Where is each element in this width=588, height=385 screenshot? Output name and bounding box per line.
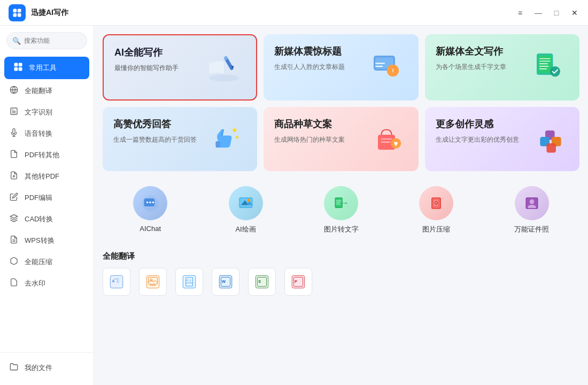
maximize-button[interactable]: □ <box>552 8 561 18</box>
sidebar: 🔍 常用工具 全能翻译 文字识别 语音转换 <box>0 26 94 385</box>
search-box[interactable]: 🔍 <box>6 32 87 49</box>
card-text-new-media-full: 新媒体全文写作 为各个场景生成千字文章 <box>436 45 526 72</box>
sidebar-label-my-files: 我的文件 <box>25 363 52 373</box>
sidebar-label-ocr: 文字识别 <box>25 107 52 117</box>
svg-rect-0 <box>13 9 17 12</box>
translate-box-word: W <box>212 268 239 296</box>
card-ai-writing[interactable]: AI全能写作 最懂你的智能写作助手 <box>103 34 257 101</box>
my-files-icon <box>9 363 19 373</box>
sidebar-label-watermark: 去水印 <box>25 279 45 288</box>
icon-tool-aichat[interactable]: AIChat <box>103 178 198 243</box>
translate-icon-1[interactable]: A 文 <box>103 268 130 296</box>
close-button[interactable]: ✕ <box>570 8 579 18</box>
img-to-text-label: 图片转文字 <box>324 225 359 234</box>
svg-rect-2 <box>13 13 17 17</box>
aichat-label: AIChat <box>140 225 161 233</box>
card-new-media-full[interactable]: 新媒体全文写作 为各个场景生成千字文章 <box>425 34 579 101</box>
svg-rect-6 <box>14 67 18 71</box>
translate-icon-2[interactable] <box>139 268 167 296</box>
card-more-creativity[interactable]: 更多创作灵感 生成让文字更出彩的优秀创意 <box>425 107 579 171</box>
icon-tool-id-photo[interactable]: 万能证件照 <box>484 178 579 243</box>
svg-point-39 <box>149 202 151 204</box>
card-desc-more-creativity: 生成让文字更出彩的优秀创意 <box>436 135 526 145</box>
card-icon-product-copy <box>365 118 408 160</box>
icon-tool-img-to-text[interactable]: 图片转文字 <box>293 178 389 243</box>
svg-rect-4 <box>14 63 18 67</box>
card-high-praise[interactable]: 高赞优秀回答 生成一篇赞数超高的干货回答 ★ ★ <box>103 107 257 171</box>
voice-icon <box>9 128 19 139</box>
aichat-circle <box>133 186 167 220</box>
card-title-product-copy: 商品种草文案 <box>274 118 365 130</box>
ocr-icon <box>9 107 19 118</box>
svg-text:★: ★ <box>231 126 238 134</box>
card-product-copy[interactable]: 商品种草文案 生成网络热门的种草文案 <box>264 107 418 171</box>
sidebar-label-voice: 语音转换 <box>25 129 52 138</box>
icon-tool-ai-draw[interactable]: AI绘画 <box>198 178 293 243</box>
sidebar-item-cad[interactable]: CAD转换 <box>0 209 94 230</box>
menu-button[interactable]: ≡ <box>515 8 525 18</box>
svg-text:A: A <box>112 279 114 283</box>
title-bar: 迅捷AI写作 ≡ — □ ✕ <box>0 0 588 26</box>
sidebar-item-common-tools[interactable]: 常用工具 <box>4 57 89 79</box>
svg-rect-7 <box>19 67 22 71</box>
card-icon-new-media-full <box>526 45 569 88</box>
sidebar-label-other-to-pdf: 其他转PDF <box>25 172 59 181</box>
svg-text:文: 文 <box>189 279 191 282</box>
card-new-media-title[interactable]: 新媒体震惊标题 生成引人入胜的文章标题 ! <box>264 34 418 101</box>
svg-rect-27 <box>216 141 220 148</box>
sidebar-item-my-files[interactable]: 我的文件 <box>0 357 94 379</box>
card-title-new-media-full: 新媒体全文写作 <box>436 45 526 58</box>
card-text-ai-writing: AI全能写作 最懂你的智能写作助手 <box>114 46 203 73</box>
svg-rect-48 <box>336 198 342 207</box>
sidebar-item-other-to-pdf[interactable]: 其他转PDF <box>0 166 94 187</box>
card-text-new-media-title: 新媒体震惊标题 生成引人入胜的文章标题 <box>274 45 365 72</box>
svg-rect-25 <box>538 55 551 73</box>
card-title-ai-writing: AI全能写作 <box>114 46 203 59</box>
translate-icon-ppt[interactable]: P <box>284 268 312 296</box>
wps-icon <box>9 235 19 246</box>
translate-icon-excel[interactable]: E <box>248 268 276 296</box>
img-compress-circle <box>419 186 453 220</box>
sidebar-item-pdf-edit[interactable]: PDF编辑 <box>0 187 94 209</box>
sidebar-label-pdf-edit: PDF编辑 <box>25 193 52 203</box>
search-icon: 🔍 <box>12 37 21 45</box>
svg-point-26 <box>550 66 560 76</box>
sidebar-item-voice[interactable]: 语音转换 <box>0 123 94 144</box>
search-input[interactable] <box>24 37 104 44</box>
sidebar-item-ocr[interactable]: 文字识别 <box>0 102 94 123</box>
card-desc-new-media-title: 生成引人入胜的文章标题 <box>274 62 365 72</box>
card-desc-high-praise: 生成一篇赞数超高的干货回答 <box>113 135 204 145</box>
svg-text:文: 文 <box>117 280 119 283</box>
svg-text:P: P <box>295 279 297 284</box>
svg-point-38 <box>146 202 149 204</box>
ai-draw-circle <box>229 186 263 220</box>
svg-marker-13 <box>10 214 17 218</box>
sidebar-item-pdf-to-other[interactable]: PDF转其他 <box>0 144 94 166</box>
svg-text:W: W <box>222 279 226 284</box>
card-icon-new-media-title: ! <box>365 45 408 88</box>
translate-box-ppt: P <box>284 268 312 296</box>
bottom-icons-row: A 文 <box>103 268 579 296</box>
svg-rect-1 <box>18 9 21 12</box>
svg-marker-49 <box>346 202 347 204</box>
translate-icon-word[interactable]: W <box>212 268 239 296</box>
sidebar-item-watermark[interactable]: 去水印 <box>0 273 94 294</box>
translate-icon-3[interactable]: A 文 <box>175 268 203 296</box>
cad-icon <box>9 214 19 225</box>
card-text-more-creativity: 更多创作灵感 生成让文字更出彩的优秀创意 <box>436 118 526 145</box>
feature-cards-top: AI全能写作 最懂你的智能写作助手 <box>103 34 579 101</box>
svg-point-46 <box>247 199 250 202</box>
sidebar-item-compress[interactable]: 全能压缩 <box>0 251 94 273</box>
pdf-edit-icon <box>9 192 19 203</box>
card-desc-new-media-full: 为各个场景生成千字文章 <box>436 62 526 72</box>
svg-text:!: ! <box>392 67 393 73</box>
pdf-to-other-icon <box>9 150 19 160</box>
id-photo-label: 万能证件照 <box>514 225 549 234</box>
sidebar-item-wps[interactable]: WPS转换 <box>0 230 94 251</box>
svg-rect-35 <box>546 143 556 153</box>
minimize-button[interactable]: — <box>533 8 543 18</box>
icon-tool-img-compress[interactable]: 图片压缩 <box>389 178 484 243</box>
sidebar-label-cad: CAD转换 <box>25 214 53 224</box>
translate-box-excel: E <box>248 268 276 296</box>
sidebar-item-translate[interactable]: 全能翻译 <box>0 80 94 102</box>
